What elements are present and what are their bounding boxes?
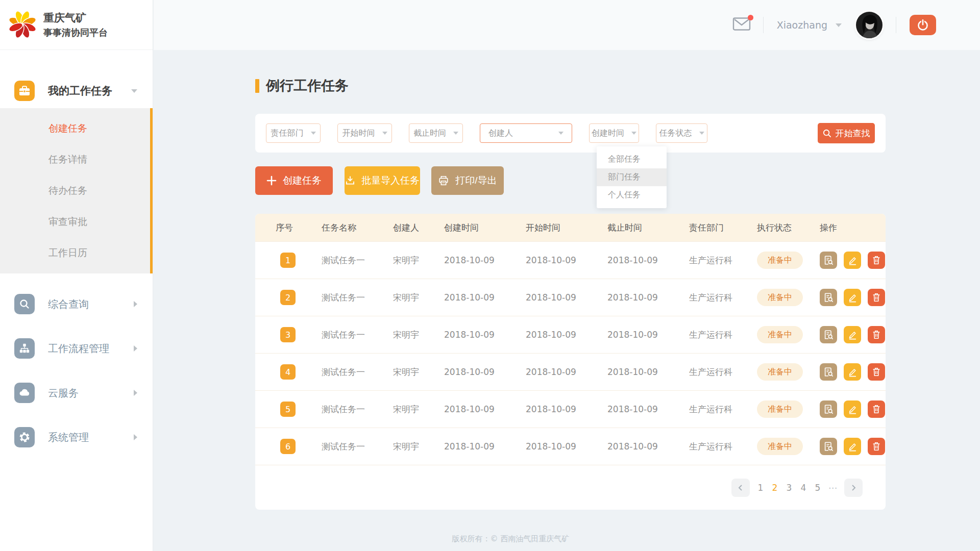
page-title: 例行工作任务: [255, 77, 886, 95]
sidebar-subitem-work-calendar[interactable]: 工作日历: [0, 237, 153, 268]
cell-creator: 宋明宇: [393, 441, 444, 453]
file-search-icon: [823, 330, 834, 340]
title-accent-bar: [255, 79, 259, 93]
edit-task-button[interactable]: [844, 438, 861, 455]
filter-deadline[interactable]: 截止时间: [409, 123, 463, 143]
sidebar-item-my-tasks[interactable]: 我的工作任务: [0, 79, 153, 103]
filter-create-time[interactable]: 创建时间: [589, 123, 639, 143]
chevron-right-icon: [850, 484, 857, 491]
brand-line2: 事事清协同平台: [43, 26, 108, 39]
logout-power-button[interactable]: [910, 15, 936, 35]
pagination: 1 2 3 4 5 ⋯: [255, 465, 886, 510]
col-header-no: 序号: [276, 222, 322, 234]
create-task-button[interactable]: 创建任务: [255, 166, 333, 195]
username-label[interactable]: Xiaozhang: [777, 19, 827, 31]
sidebar-item-综合查询[interactable]: 综合查询: [0, 293, 153, 315]
row-number-badge: 3: [280, 327, 296, 342]
view-task-button[interactable]: [820, 326, 837, 343]
sidebar-subitem-review-approve[interactable]: 审查审批: [0, 206, 153, 237]
user-avatar[interactable]: [856, 12, 883, 38]
view-task-button[interactable]: [820, 363, 837, 381]
filter-task-status[interactable]: 任务状态: [656, 123, 707, 143]
pagination-next-button[interactable]: [844, 479, 863, 497]
pagination-page-1[interactable]: 1: [757, 483, 764, 493]
user-menu-chevron-icon[interactable]: [836, 23, 842, 27]
trash-icon: [871, 367, 881, 377]
view-task-button[interactable]: [820, 252, 837, 269]
trash-icon: [871, 330, 881, 340]
search-button-label: 开始查找: [836, 128, 870, 139]
delete-task-button[interactable]: [868, 438, 885, 455]
cell-dept: 生产运行科: [689, 441, 757, 453]
dropdown-option-dept-tasks[interactable]: 部门任务: [597, 168, 667, 186]
sidebar-item-云服务[interactable]: 云服务: [0, 382, 153, 404]
delete-task-button[interactable]: [868, 289, 885, 306]
cell-creator: 宋明宇: [393, 404, 444, 415]
cell-deadline: 2018-10-09: [607, 292, 689, 303]
cell-dept: 生产运行科: [689, 255, 757, 266]
print-export-button[interactable]: 打印/导出: [431, 166, 504, 195]
cell-start: 2018-10-09: [526, 330, 607, 340]
chevron-down-icon: [382, 132, 387, 135]
view-task-button[interactable]: [820, 400, 837, 418]
col-header-status: 执行状态: [757, 222, 820, 234]
sidebar-item-工作流程管理[interactable]: 工作流程管理: [0, 337, 153, 360]
trash-icon: [871, 441, 881, 452]
filter-bar: 责任部门 开始时间 截止时间 创建人 创建时间 任务状态 开始查找 全部: [255, 114, 886, 153]
view-task-button[interactable]: [820, 289, 837, 306]
row-number-badge: 1: [280, 253, 296, 268]
table-header-row: 序号 任务名称 创建人 创建时间 开始时间 截止时间 责任部门 执行状态 操作: [255, 214, 886, 241]
col-header-actions: 操作: [820, 222, 886, 234]
search-button[interactable]: 开始查找: [818, 123, 875, 143]
delete-task-button[interactable]: [868, 400, 885, 418]
page-title-text: 例行工作任务: [266, 77, 349, 95]
sidebar-item-label: 我的工作任务: [48, 84, 112, 98]
bulk-import-button[interactable]: 批量导入任务: [345, 166, 420, 195]
delete-task-button[interactable]: [868, 252, 885, 269]
edit-task-button[interactable]: [844, 363, 861, 381]
pagination-page-4[interactable]: 4: [800, 483, 807, 493]
delete-task-button[interactable]: [868, 363, 885, 381]
pagination-page-3[interactable]: 3: [786, 483, 793, 493]
sidebar-item-label: 综合查询: [48, 297, 89, 311]
print-export-label: 打印/导出: [455, 174, 497, 187]
dropdown-option-personal-tasks[interactable]: 个人任务: [597, 186, 667, 204]
copyright-footer: 版权所有：© 西南油气田重庆气矿: [154, 534, 868, 544]
sidebar-submenu: 创建任务 任务详情 待办任务 审查审批 工作日历: [0, 108, 153, 273]
edit-task-button[interactable]: [844, 326, 861, 343]
pagination-page-5[interactable]: 5: [814, 483, 821, 493]
cell-created: 2018-10-09: [444, 330, 526, 340]
filter-start-time[interactable]: 开始时间: [337, 123, 392, 143]
brand-line1: 重庆气矿: [43, 11, 108, 26]
file-search-icon: [823, 404, 834, 414]
status-badge: 准备中: [757, 326, 803, 343]
cell-start: 2018-10-09: [526, 292, 607, 303]
dropdown-option-all-tasks[interactable]: 全部任务: [597, 151, 667, 168]
filter-responsible-dept[interactable]: 责任部门: [266, 123, 321, 143]
pagination-prev-button[interactable]: [731, 479, 750, 497]
filter-creator[interactable]: 创建人: [480, 123, 572, 143]
delete-task-button[interactable]: [868, 326, 885, 343]
mail-notifications-button[interactable]: [732, 17, 751, 33]
edit-task-button[interactable]: [844, 289, 861, 306]
pagination-page-2[interactable]: 2: [771, 483, 778, 493]
sidebar-item-系统管理[interactable]: 系统管理: [0, 426, 153, 448]
sidebar-subitem-task-detail[interactable]: 任务详情: [0, 144, 153, 175]
chevron-down-icon: [558, 132, 564, 135]
chevron-right-icon: [134, 301, 137, 307]
chevron-right-icon: [134, 345, 137, 352]
edit-task-button[interactable]: [844, 400, 861, 418]
filter-label: 开始时间: [342, 128, 375, 139]
chevron-down-icon: [631, 132, 636, 135]
status-badge: 准备中: [757, 438, 803, 455]
bulk-import-label: 批量导入任务: [361, 174, 420, 187]
sidebar-subitem-todo-task[interactable]: 待办任务: [0, 175, 153, 206]
cell-deadline: 2018-10-09: [607, 330, 689, 340]
chevron-left-icon: [737, 484, 744, 491]
view-task-button[interactable]: [820, 438, 837, 455]
filter-label: 任务状态: [659, 128, 692, 139]
edit-task-button[interactable]: [844, 252, 861, 269]
sidebar-subitem-create-task[interactable]: 创建任务: [0, 113, 153, 144]
col-header-creator: 创建人: [393, 222, 444, 234]
pencil-icon: [847, 255, 857, 265]
